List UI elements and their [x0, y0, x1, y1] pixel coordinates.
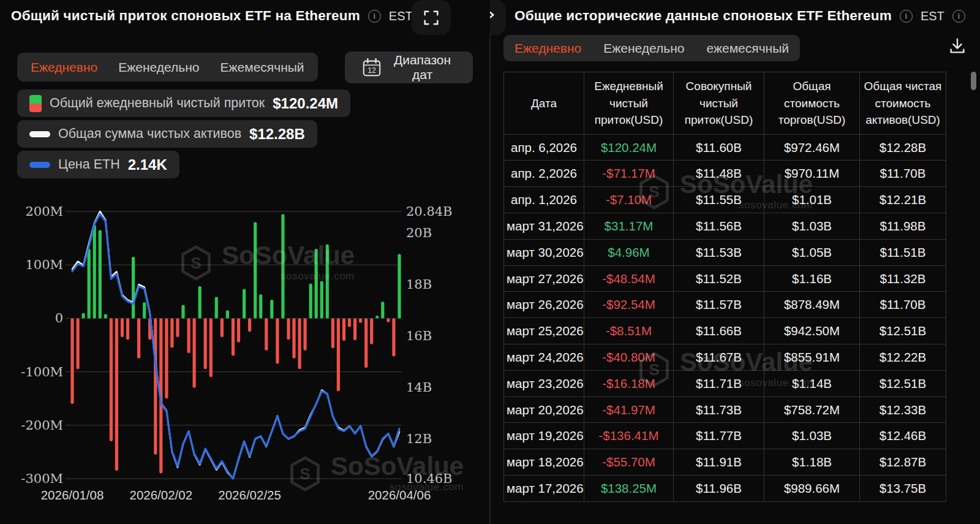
inflow-bar[interactable]: [232, 318, 235, 355]
inflow-bar[interactable]: [181, 305, 184, 319]
fullscreen-button[interactable]: [412, 0, 451, 35]
date-cell: март 20,2026: [504, 397, 584, 423]
inflow-bar[interactable]: [248, 318, 251, 332]
inflow-bar[interactable]: [121, 318, 124, 337]
tab-monthly[interactable]: ежемесячный: [707, 41, 790, 56]
inflow-bar[interactable]: [143, 302, 146, 318]
inflow-bar[interactable]: [370, 318, 373, 344]
inflow-bar[interactable]: [315, 249, 318, 318]
inflow-bar[interactable]: [115, 318, 118, 471]
inflow-bar[interactable]: [176, 318, 179, 337]
fullscreen-icon: [422, 9, 440, 27]
inflow-bar[interactable]: [298, 318, 301, 369]
inflow-bar[interactable]: [348, 318, 351, 327]
inflow-bar[interactable]: [398, 254, 401, 319]
info-icon[interactable]: i: [368, 10, 381, 23]
table-scrollbar-thumb[interactable]: [971, 72, 976, 90]
tab-weekly[interactable]: Еженедельно: [118, 60, 199, 75]
inflow-bar[interactable]: [154, 318, 157, 454]
inflow-bar[interactable]: [331, 318, 334, 348]
inflow-bar[interactable]: [126, 318, 129, 340]
table-row[interactable]: апр. 2,2026-$71.17M$11.48B$970.11M$11.70…: [504, 161, 946, 187]
inflow-bar[interactable]: [209, 318, 213, 377]
value-traded-cell: $855.91M: [764, 344, 860, 371]
inflow-bar[interactable]: [342, 318, 345, 341]
inflow-bar[interactable]: [270, 300, 273, 319]
tab-daily[interactable]: Ежедневно: [514, 41, 581, 56]
inflow-bar[interactable]: [204, 318, 207, 369]
inflow-bar[interactable]: [375, 316, 379, 318]
inflow-bar[interactable]: [226, 310, 229, 318]
inflow-bar[interactable]: [82, 313, 85, 319]
table-row[interactable]: март 24,2026-$40.80M$11.67B$855.91M$12.2…: [504, 344, 946, 371]
inflow-bar[interactable]: [265, 318, 268, 350]
etf-inflow-chart[interactable]: 200M100M0-100M-200M-300M20.84B20B18B16B1…: [0, 202, 490, 515]
inflow-bar[interactable]: [221, 318, 224, 337]
table-row[interactable]: апр. 6,2026$120.24M$11.60B$972.46M$12.28…: [504, 134, 946, 161]
tab-daily[interactable]: Ежедневно: [31, 60, 97, 75]
legend-eth-price[interactable]: Цена ETH 2.14K: [17, 151, 179, 178]
inflow-bar[interactable]: [243, 289, 246, 318]
table-row[interactable]: март 26,2026-$92.54M$11.57B$878.49M$11.7…: [504, 292, 946, 318]
inflow-bar[interactable]: [110, 318, 113, 441]
table-row[interactable]: март 20,2026-$41.97M$11.73B$758.72M$12.3…: [504, 397, 946, 423]
table-row[interactable]: март 19,2026-$136.41M$11.77B$1.03B$12.46…: [504, 423, 946, 449]
inflow-bar[interactable]: [359, 318, 362, 322]
inflow-bar[interactable]: [381, 302, 384, 318]
net-assets-line: [72, 211, 399, 479]
tab-monthly[interactable]: Ежемесячный: [221, 60, 304, 75]
inflow-bar[interactable]: [198, 286, 202, 318]
inflow-bar[interactable]: [326, 245, 329, 319]
inflow-bar[interactable]: [254, 222, 257, 318]
left-axis-tick: -100M: [21, 365, 63, 379]
inflow-bar[interactable]: [364, 318, 368, 368]
table-row[interactable]: март 18,2026-$55.70M$11.91B$1.18B$12.87B: [504, 449, 946, 476]
inflow-bar[interactable]: [281, 214, 284, 318]
inflow-bar[interactable]: [93, 225, 96, 319]
inflow-bar[interactable]: [132, 257, 135, 318]
inflow-bar[interactable]: [353, 318, 356, 340]
table-row[interactable]: март 17,2026$138.25M$11.96B$989.66M$13.7…: [504, 476, 946, 502]
table-row[interactable]: март 30,2026$4.96M$11.53B$1.05B$11.51B: [504, 239, 946, 265]
cumulative-inflow-cell: $11.77B: [674, 423, 764, 449]
inflow-bar[interactable]: [215, 297, 218, 319]
info-icon[interactable]: i: [900, 10, 913, 23]
table-row[interactable]: март 25,2026-$8.51M$11.66B$942.50M$12.51…: [504, 318, 946, 344]
inflow-bar[interactable]: [187, 318, 190, 353]
inflow-bar[interactable]: [99, 230, 102, 319]
table-row[interactable]: март 27,2026-$48.54M$11.52B$1.16B$11.32B: [504, 265, 946, 292]
inflow-bar[interactable]: [193, 318, 196, 387]
inflow-bar[interactable]: [237, 318, 240, 342]
inflow-bar[interactable]: [392, 318, 395, 356]
inflow-bar[interactable]: [104, 314, 107, 318]
inflow-bar[interactable]: [337, 318, 340, 391]
inflow-bar[interactable]: [137, 318, 140, 358]
inflow-bar[interactable]: [287, 318, 290, 340]
legend-daily-inflow[interactable]: Общий ежедневный чистый приток $120.24M: [17, 89, 350, 117]
inflow-bar[interactable]: [276, 318, 279, 363]
table-row[interactable]: март 23,2026-$16.18M$11.71B$1.14B$12.51B: [504, 370, 946, 397]
inflow-bar[interactable]: [170, 318, 173, 347]
inflow-bar[interactable]: [259, 294, 262, 318]
table-row[interactable]: апр. 1,2026-$7.10M$11.55B$1.01B$12.21B: [504, 187, 946, 213]
inflow-bar[interactable]: [304, 318, 307, 350]
legend-net-assets[interactable]: Общая сумма чистых активов $12.28B: [17, 120, 317, 148]
download-button[interactable]: [944, 33, 970, 59]
blue-line-icon: [29, 162, 50, 168]
share-button[interactable]: [490, 0, 506, 35]
inflow-bar[interactable]: [292, 318, 295, 358]
inflow-bar[interactable]: [386, 318, 390, 322]
tab-weekly[interactable]: Еженедельно: [603, 41, 684, 56]
inflow-bar[interactable]: [320, 281, 323, 318]
date-range-button[interactable]: 12 Диапазон дат: [345, 51, 473, 83]
info-icon[interactable]: i: [952, 10, 965, 23]
inflow-bar[interactable]: [309, 284, 312, 319]
inflow-bar[interactable]: [70, 318, 74, 404]
table-row[interactable]: март 31,2026$31.17M$11.56B$1.03B$11.98B: [504, 213, 946, 240]
inflow-bar[interactable]: [165, 318, 168, 398]
net-assets-cell: $12.22B: [860, 344, 946, 371]
value-traded-cell: $1.05B: [764, 239, 860, 265]
inflow-bar[interactable]: [77, 318, 80, 369]
date-cell: март 31,2026: [504, 213, 584, 240]
inflow-bar[interactable]: [88, 249, 91, 318]
